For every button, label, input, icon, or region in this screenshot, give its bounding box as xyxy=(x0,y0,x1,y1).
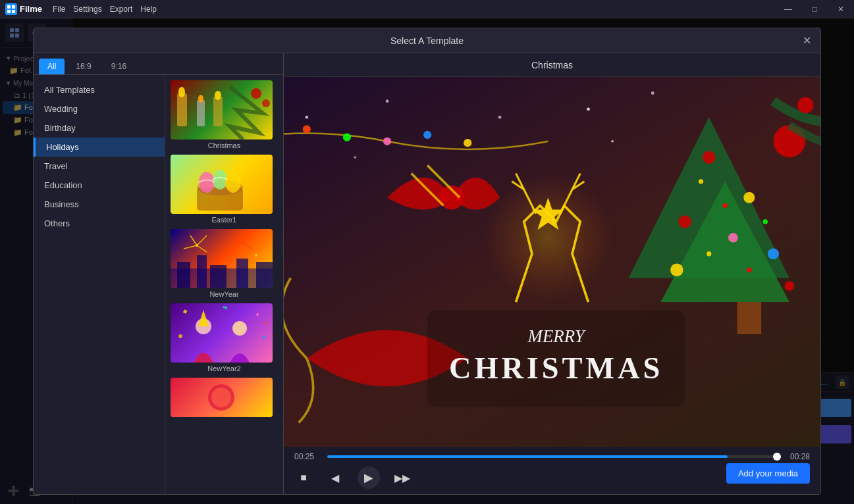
progress-thumb xyxy=(773,453,781,461)
top-bar: Filme File Settings Export Help — □ ✕ xyxy=(0,0,854,18)
stop-button[interactable]: ■ xyxy=(294,468,313,487)
app-logo-icon xyxy=(5,3,17,15)
template-item-newyear3[interactable] xyxy=(171,378,278,417)
svg-point-64 xyxy=(743,192,755,203)
minimize-button[interactable]: — xyxy=(775,0,801,18)
svg-point-46 xyxy=(178,334,182,338)
template-item-easter[interactable]: Easter1 xyxy=(171,155,278,224)
category-wedding[interactable]: Wedding xyxy=(34,99,165,118)
category-holidays[interactable]: Holidays xyxy=(34,138,165,157)
svg-line-31 xyxy=(233,242,243,250)
thumbnail-easter xyxy=(171,155,273,214)
progress-bar[interactable] xyxy=(327,455,777,458)
window-controls: — □ ✕ xyxy=(775,0,854,18)
svg-rect-13 xyxy=(213,97,223,126)
svg-marker-40 xyxy=(198,310,209,326)
preview-video: MERRY CHRISTMAS xyxy=(284,77,820,447)
rewind-button[interactable]: ◀ xyxy=(326,468,344,487)
svg-point-86 xyxy=(651,91,654,95)
svg-point-83 xyxy=(305,116,308,119)
category-all-templates[interactable]: All Templates xyxy=(34,80,165,99)
category-business[interactable]: Business xyxy=(34,195,165,214)
svg-rect-9 xyxy=(177,93,187,126)
svg-rect-35 xyxy=(197,255,207,288)
progress-fill xyxy=(327,455,728,458)
svg-text:CHRISTMAS: CHRISTMAS xyxy=(449,351,663,385)
svg-rect-38 xyxy=(256,262,273,288)
svg-point-88 xyxy=(611,140,614,143)
modal-body: All 16:9 9:16 All Templates Wedding Birt… xyxy=(34,53,820,494)
app-name: Filme xyxy=(20,4,42,14)
svg-rect-45 xyxy=(262,336,265,340)
category-others[interactable]: Others xyxy=(34,214,165,233)
svg-point-72 xyxy=(763,219,768,224)
category-travel[interactable]: Travel xyxy=(34,157,165,176)
template-modal: Select A Template ✕ All 16:9 9:16 xyxy=(33,28,821,495)
svg-point-87 xyxy=(354,156,356,159)
svg-point-56 xyxy=(464,139,471,147)
svg-point-85 xyxy=(587,107,590,111)
modal-close-button[interactable]: ✕ xyxy=(799,34,814,48)
svg-point-71 xyxy=(723,203,728,208)
thumbnail-newyear3 xyxy=(171,378,273,417)
svg-point-47 xyxy=(265,322,267,324)
menu-bar: File Settings Export Help xyxy=(53,5,157,14)
menu-file[interactable]: File xyxy=(53,5,65,14)
app-logo: Filme xyxy=(5,3,42,15)
svg-line-28 xyxy=(197,245,207,252)
svg-text:MERRY: MERRY xyxy=(527,326,587,346)
thumbnail-christmas xyxy=(171,80,273,139)
template-item-christmas[interactable]: Christmas xyxy=(171,80,278,149)
svg-point-73 xyxy=(707,251,711,256)
template-categories-and-list: All Templates Wedding Birthday Holidays … xyxy=(34,75,283,494)
svg-rect-1 xyxy=(12,5,15,9)
svg-rect-44 xyxy=(223,306,227,309)
svg-point-66 xyxy=(728,233,738,243)
template-item-newyear2[interactable]: NewYear2 xyxy=(171,303,278,372)
template-sidebar: All 16:9 9:16 All Templates Wedding Birt… xyxy=(34,53,284,494)
tab-16-9[interactable]: 16:9 xyxy=(67,59,99,74)
svg-line-32 xyxy=(243,242,253,250)
svg-point-70 xyxy=(699,179,703,184)
svg-point-15 xyxy=(251,88,261,99)
template-item-newyear[interactable]: NewYear xyxy=(171,229,278,298)
svg-point-16 xyxy=(262,99,270,107)
add-media-button[interactable]: Add your media xyxy=(726,463,810,484)
thumbnail-newyear xyxy=(171,229,273,288)
svg-rect-3 xyxy=(12,10,15,13)
svg-point-19 xyxy=(199,172,215,193)
modal-header: Select A Template ✕ xyxy=(34,28,820,53)
svg-line-25 xyxy=(190,236,197,245)
svg-point-24 xyxy=(255,254,257,257)
svg-line-26 xyxy=(197,236,207,245)
svg-point-20 xyxy=(213,170,227,189)
thumbnail-newyear2 xyxy=(171,303,273,363)
template-name-newyear2: NewYear2 xyxy=(171,365,278,372)
category-birthday[interactable]: Birthday xyxy=(34,118,165,138)
svg-rect-42 xyxy=(183,309,188,314)
play-button[interactable]: ▶ xyxy=(358,466,380,489)
maximize-button[interactable]: □ xyxy=(801,0,828,18)
svg-point-74 xyxy=(747,268,751,272)
forward-button[interactable]: ▶▶ xyxy=(393,468,412,487)
svg-rect-37 xyxy=(236,259,248,288)
category-education[interactable]: Education xyxy=(34,176,165,195)
tab-all[interactable]: All xyxy=(39,59,65,74)
svg-point-69 xyxy=(785,281,795,291)
main-layout: ▾Project 📁 Fol... ▾My Me... 🗂 1 (1...) 📁… xyxy=(0,18,854,504)
template-name-easter: Easter1 xyxy=(171,216,278,224)
svg-rect-0 xyxy=(7,5,11,9)
preview-area: Christmas xyxy=(284,53,820,494)
tab-9-16[interactable]: 9:16 xyxy=(103,59,135,74)
menu-settings[interactable]: Settings xyxy=(73,5,101,14)
template-list: Christmas xyxy=(165,75,283,494)
menu-export[interactable]: Export xyxy=(110,5,133,14)
close-window-button[interactable]: ✕ xyxy=(828,0,854,18)
svg-rect-34 xyxy=(177,262,190,288)
menu-help[interactable]: Help xyxy=(140,5,157,14)
svg-point-53 xyxy=(343,134,351,141)
svg-line-29 xyxy=(233,234,243,242)
time-total: 00:28 xyxy=(784,452,810,461)
category-list: All Templates Wedding Birthday Holidays … xyxy=(34,75,165,494)
template-tabs: All 16:9 9:16 xyxy=(34,53,283,75)
